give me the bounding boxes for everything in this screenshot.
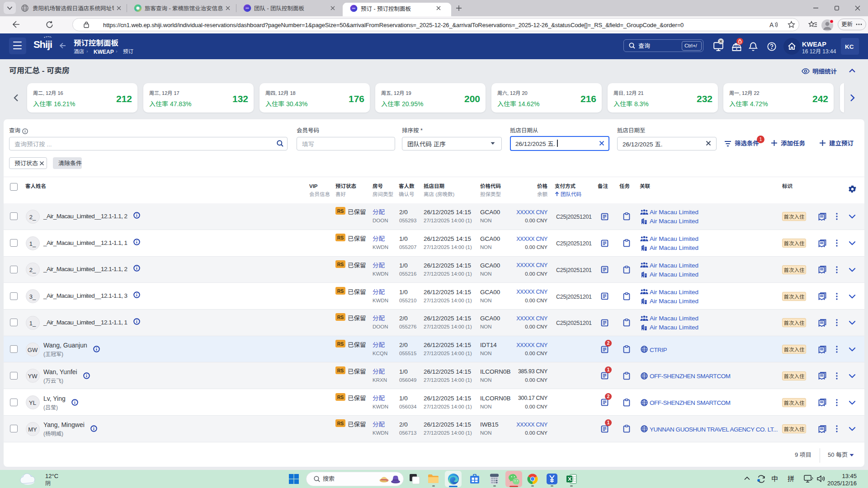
svg-text:1: 1 [607,367,610,372]
svg-text:A: A [769,21,774,28]
svg-text:1: 1 [759,136,762,142]
svg-text:2: 2 [607,341,610,346]
svg-text:1: 1 [607,420,610,425]
svg-text:2: 2 [607,394,610,399]
